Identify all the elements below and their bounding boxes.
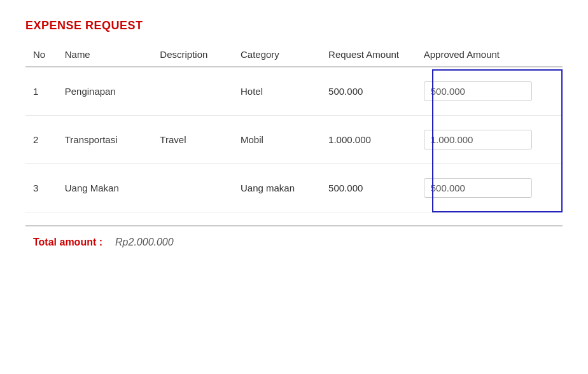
row-2-request-amount: 1.000.000 [321,116,416,164]
total-label: Total amount : [33,237,102,248]
table-header-row: No Name Description Category Request Amo… [25,43,563,67]
col-header-approved-amount: Approved Amount [416,43,563,67]
row-3-approved-cell [416,164,563,212]
row-1-approved-input[interactable] [424,81,532,101]
col-header-request-amount: Request Amount [321,43,416,67]
col-header-no: No [25,43,57,67]
table-row: 2 Transportasi Travel Mobil 1.000.000 [25,116,563,164]
table-row: 3 Uang Makan Uang makan 500.000 [25,164,563,212]
row-2-category: Mobil [233,116,321,164]
row-2-name: Transportasi [57,116,153,164]
row-1-request-amount: 500.000 [321,67,416,116]
col-header-description: Description [152,43,233,67]
row-3-category: Uang makan [233,164,321,212]
row-2-approved-cell [416,116,563,164]
row-3-no: 3 [25,164,57,212]
row-1-name: Penginapan [57,67,153,116]
row-3-request-amount: 500.000 [321,164,416,212]
row-2-approved-input[interactable] [424,130,532,149]
row-1-description [152,67,233,116]
total-value: Rp2.000.000 [115,237,174,248]
row-3-name: Uang Makan [57,164,153,212]
page-title: EXPENSE REQUEST [25,19,563,32]
row-3-approved-input[interactable] [424,178,532,198]
table-row: 1 Penginapan Hotel 500.000 [25,67,563,116]
col-header-name: Name [57,43,153,67]
row-2-description: Travel [152,116,233,164]
col-header-category: Category [233,43,321,67]
row-1-no: 1 [25,67,57,116]
expense-table: No Name Description Category Request Amo… [25,43,563,212]
row-3-description [152,164,233,212]
row-2-no: 2 [25,116,57,164]
row-1-approved-cell [416,67,563,116]
footer-row: Total amount : Rp2.000.000 [25,225,563,258]
expense-request-container: EXPENSE REQUEST No Name Description Cate… [25,19,563,258]
row-1-category: Hotel [233,67,321,116]
